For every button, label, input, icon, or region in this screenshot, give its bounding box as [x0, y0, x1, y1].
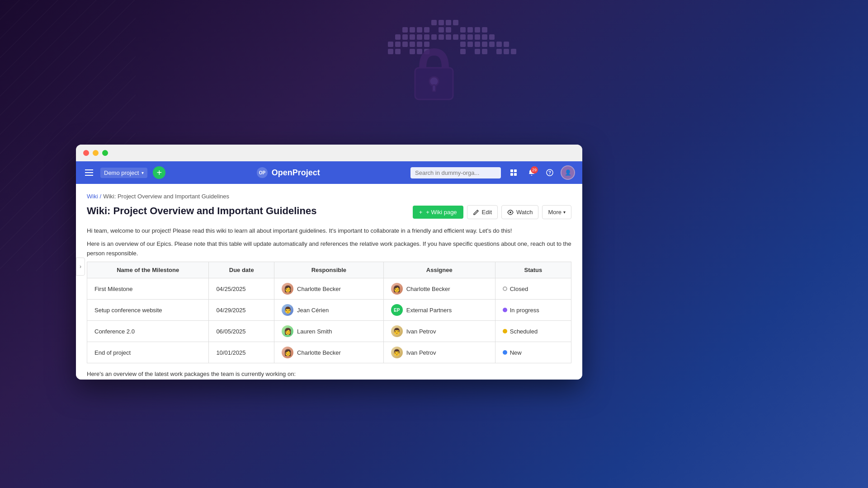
- maximize-window-button[interactable]: [102, 150, 108, 156]
- more-button[interactable]: More: [542, 205, 571, 219]
- watch-button[interactable]: Watch: [501, 205, 538, 219]
- assignee-avatar-3: 👨: [391, 347, 403, 358]
- table-row[interactable]: End of project 10/01/2025 👩 Charlotte Be…: [87, 342, 571, 363]
- svg-rect-43: [424, 42, 429, 47]
- responsible-avatar-1: 👨: [282, 304, 293, 316]
- table-row[interactable]: Setup conference website 04/29/2025 👨 Je…: [87, 300, 571, 321]
- svg-rect-23: [475, 34, 480, 40]
- svg-rect-3: [424, 27, 429, 33]
- wiki-page-button[interactable]: + + Wiki page: [413, 206, 463, 219]
- minimize-window-button[interactable]: [93, 150, 99, 156]
- cell-name-0: First Milestone: [87, 278, 209, 300]
- responsible-avatar-3: 👩: [282, 347, 293, 358]
- svg-rect-44: [460, 42, 466, 47]
- grid-view-button[interactable]: [506, 165, 521, 180]
- cell-responsible-3: 👩 Charlotte Becker: [274, 342, 384, 363]
- breadcrumb-wiki-link[interactable]: Wiki: [87, 193, 98, 200]
- status-dot-3: [503, 350, 507, 355]
- cell-responsible-2: 👩 Lauren Smith: [274, 321, 384, 342]
- hamburger-line: [85, 169, 93, 170]
- svg-rect-39: [439, 34, 444, 40]
- cell-status-3: New: [495, 342, 571, 363]
- status-label-0: Closed: [510, 286, 528, 292]
- svg-rect-24: [482, 34, 487, 40]
- status-label-2: Scheduled: [510, 328, 538, 335]
- description-paragraph-2: Here is an overview of our Epics. Please…: [87, 239, 571, 258]
- svg-rect-61: [510, 173, 513, 176]
- assignee-avatar-1: EP: [391, 304, 403, 316]
- app-name-label: OpenProject: [272, 168, 320, 178]
- cell-name-3: End of project: [87, 342, 209, 363]
- responsible-name-0: Charlotte Becker: [297, 286, 341, 292]
- svg-rect-36: [511, 49, 516, 54]
- notifications-button[interactable]: 29: [524, 165, 539, 180]
- status-dot-0: [503, 286, 507, 291]
- close-window-button[interactable]: [83, 150, 89, 156]
- svg-rect-47: [482, 42, 487, 47]
- cell-assignee-0: 👩 Charlotte Becker: [383, 278, 495, 300]
- header-icons-group: 29 ? 👤: [506, 165, 575, 180]
- svg-rect-46: [475, 42, 480, 47]
- notification-badge: 29: [531, 166, 538, 174]
- grid-icon: [510, 169, 517, 176]
- responsible-avatar-2: 👩: [282, 325, 293, 337]
- search-input[interactable]: [410, 167, 501, 178]
- breadcrumb-current-page: Wiki: Project Overview and Important Gui…: [103, 193, 229, 200]
- svg-rect-28: [402, 42, 408, 47]
- svg-rect-54: [433, 85, 435, 91]
- user-avatar-button[interactable]: 👤: [561, 165, 575, 180]
- eye-icon: [507, 209, 514, 216]
- search-container: [410, 167, 501, 178]
- content-area: Wiki / Wiki: Project Overview and Import…: [76, 184, 582, 380]
- svg-rect-22: [467, 34, 473, 40]
- edit-button[interactable]: Edit: [467, 205, 498, 219]
- watch-label: Watch: [516, 209, 533, 216]
- edit-label: Edit: [482, 209, 492, 216]
- cell-responsible-1: 👨 Jean Cérien: [274, 300, 384, 321]
- cell-due-date-2: 06/05/2025: [209, 321, 274, 342]
- responsible-name-1: Jean Cérien: [297, 307, 329, 314]
- status-label-1: In progress: [510, 307, 539, 314]
- svg-rect-8: [460, 27, 466, 33]
- svg-rect-49: [460, 49, 466, 54]
- table-header-row: Name of the Milestone Due date Responsib…: [87, 262, 571, 278]
- svg-rect-15: [417, 34, 422, 40]
- description-paragraph-1: Hi team, welcome to our project! Please …: [87, 226, 571, 236]
- hamburger-line: [85, 175, 93, 176]
- hamburger-menu-button[interactable]: [83, 168, 95, 178]
- help-button[interactable]: ?: [542, 165, 557, 180]
- table-row[interactable]: Conference 2.0 06/05/2025 👩 Lauren Smith…: [87, 321, 571, 342]
- svg-rect-40: [446, 34, 451, 40]
- table-row[interactable]: First Milestone 04/25/2025 👩 Charlotte B…: [87, 278, 571, 300]
- col-due-date: Due date: [209, 262, 274, 278]
- svg-rect-9: [467, 27, 473, 33]
- help-icon: ?: [546, 169, 553, 176]
- svg-rect-52: [415, 68, 453, 99]
- svg-rect-45: [467, 42, 473, 47]
- breadcrumb-separator: /: [100, 193, 102, 200]
- project-name-label: Demo project: [104, 169, 139, 176]
- browser-window: Demo project + OP OpenProject: [76, 145, 582, 380]
- project-selector-button[interactable]: Demo project: [100, 168, 147, 178]
- svg-rect-6: [446, 20, 451, 25]
- col-responsible: Responsible: [274, 262, 384, 278]
- assignee-name-2: Ivan Petrov: [406, 328, 436, 335]
- status-dot-1: [503, 308, 507, 312]
- more-label: More: [548, 209, 561, 216]
- cell-due-date-1: 04/29/2025: [209, 300, 274, 321]
- cell-assignee-3: 👨 Ivan Petrov: [383, 342, 495, 363]
- sidebar-toggle-button[interactable]: ›: [76, 258, 85, 276]
- wiki-page-label: + Wiki page: [426, 209, 457, 216]
- svg-rect-0: [402, 27, 408, 33]
- assignee-name-0: Charlotte Becker: [406, 286, 450, 292]
- svg-text:?: ?: [548, 170, 551, 175]
- avatar-initials: 👤: [565, 169, 571, 176]
- add-button[interactable]: +: [153, 166, 165, 179]
- cell-due-date-3: 10/01/2025: [209, 342, 274, 363]
- svg-rect-59: [510, 169, 513, 172]
- svg-rect-4: [431, 20, 437, 25]
- svg-rect-11: [482, 27, 487, 33]
- svg-rect-14: [410, 34, 415, 40]
- svg-rect-1: [410, 27, 415, 33]
- svg-rect-38: [417, 42, 422, 47]
